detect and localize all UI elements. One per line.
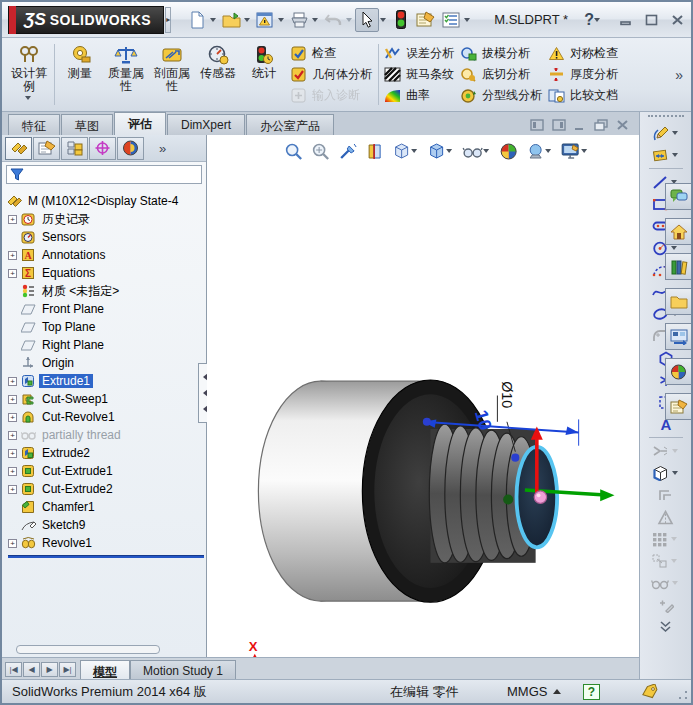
zoom-selection-button[interactable] [336,140,359,162]
measure-button[interactable]: 测量 [57,41,103,108]
tab-evaluate[interactable]: 评估 [114,112,166,135]
document-alert-dropdown-icon[interactable] [278,18,284,25]
edit-appearance-button[interactable] [497,140,520,162]
undo-dropdown-icon[interactable] [346,18,352,25]
resize-grip[interactable] [678,690,688,700]
tag-icon[interactable] [640,684,660,699]
convert-entities-button[interactable] [640,462,691,484]
dimxpert-manager-tab[interactable] [89,137,116,160]
model-canvas[interactable]: Ø10 10 [207,135,691,657]
mass-properties-button[interactable]: 质量属性 [103,41,149,108]
configuration-manager-tab[interactable] [61,137,88,160]
zoom-fit-button[interactable] [282,140,305,162]
apply-scene-button[interactable] [524,140,555,162]
undo-button[interactable] [321,8,345,32]
property-manager-tab[interactable] [33,137,60,160]
document-alert-button[interactable] [253,8,277,32]
expand-icon[interactable]: + [8,539,17,548]
sketch-button[interactable] [640,122,691,144]
help-button[interactable]: ? [584,11,594,29]
expand-icon[interactable]: + [8,449,17,458]
convert-dropdown-icon[interactable] [672,471,678,478]
tree-item-material[interactable]: 材质 <未指定> [6,282,206,300]
tree-item-equations[interactable]: + Σ Equations [6,264,206,282]
tree-item-right-plane[interactable]: Right Plane [6,336,206,354]
hide-show-dropdown-icon[interactable] [483,149,489,156]
graphics-viewport[interactable]: Ø10 10 [207,135,691,657]
minimize-button[interactable] [616,11,636,29]
tree-item-cut-sweep1[interactable]: + Cut-Sweep1 [6,390,206,408]
prev-tab-button[interactable]: ◀ [23,662,40,677]
design-study-dropdown-icon[interactable] [25,96,31,103]
section-view-button[interactable] [363,140,386,162]
tree-item-sketch9[interactable]: Sketch9 [6,516,206,534]
expand-icon[interactable]: + [8,215,17,224]
maximize-button[interactable] [642,11,662,29]
home-tab[interactable] [665,218,691,245]
doc-restore-icon[interactable] [594,119,608,131]
menu-expand-arrow[interactable]: ▸ [165,7,171,33]
expand-icon[interactable]: + [8,485,17,494]
new-document-button[interactable] [185,8,209,32]
print-button[interactable] [287,8,311,32]
display-style-dropdown-icon[interactable] [446,149,452,156]
curvature-button[interactable]: 曲率 [384,86,454,105]
apply-scene-dropdown-icon[interactable] [545,149,551,156]
open-dropdown-icon[interactable] [244,18,250,25]
close-button[interactable] [668,11,688,29]
options-button[interactable] [439,8,463,32]
tree-item-annotations[interactable]: + A Annotations [6,246,206,264]
sensor-button[interactable]: 传感器 [195,41,241,108]
expand-icon[interactable]: + [8,251,17,260]
tree-item-extrude1[interactable]: + Extrude1 [6,372,206,390]
fm-tabs-overflow-button[interactable]: » [159,141,166,156]
tree-item-cut-extrude1[interactable]: + Cut-Extrude1 [6,462,206,480]
print-dropdown-icon[interactable] [312,18,318,25]
expand-icon[interactable]: + [8,377,17,386]
view-settings-button[interactable] [559,140,591,162]
smart-dimension-dropdown-icon[interactable] [672,153,678,160]
tree-item-top-plane[interactable]: Top Plane [6,318,206,336]
feature-manager-tab[interactable] [5,137,32,160]
statistics-button[interactable]: 统计 [241,41,287,108]
select-dropdown-icon[interactable] [380,18,386,25]
view-orientation-dropdown-icon[interactable] [411,149,417,156]
doc-minimize-icon[interactable] [574,119,586,131]
check-button[interactable]: 检查 [291,44,372,63]
last-tab-button[interactable]: ▶| [59,662,76,677]
design-study-button[interactable]: 设计算例 [6,41,52,108]
appearances-scenes-tab[interactable] [665,358,691,385]
tree-item-cut-revolve1[interactable]: + Cut-Revolve1 [6,408,206,426]
tree-item-sensors[interactable]: Sensors [6,228,206,246]
view-orientation-button[interactable] [390,140,421,162]
parting-line-analysis-button[interactable]: 分型线分析 [460,86,542,105]
tree-item-cut-extrude2[interactable]: + Cut-Extrude2 [6,480,206,498]
tab-sketch[interactable]: 草图 [61,114,113,135]
units-selector[interactable]: MMGS [507,684,561,699]
expand-icon[interactable]: + [8,467,17,476]
undercut-analysis-button[interactable]: 底切分析 [460,65,542,84]
tree-filter-input[interactable] [6,165,202,184]
ribbon-overflow-button[interactable]: » [669,67,689,83]
error-analysis-button[interactable]: 误差分析 [384,44,454,63]
custom-properties-tab[interactable] [665,393,691,420]
tree-item-chamfer1[interactable]: Chamfer1 [6,498,206,516]
zebra-stripes-button[interactable]: 斑马条纹 [384,65,454,84]
zoom-area-button[interactable] [309,140,332,162]
model-tab[interactable]: 模型 [80,660,130,679]
solidworks-resources-tab[interactable] [665,183,691,210]
expand-icon[interactable]: + [8,395,17,404]
expand-icon[interactable]: + [8,431,17,440]
tab-features[interactable]: 特征 [8,114,60,135]
options-dropdown-icon[interactable] [464,18,470,25]
tree-item-extrude2[interactable]: + Extrude2 [6,444,206,462]
more-tools-button[interactable] [640,616,691,638]
tree-item-origin[interactable]: Origin [6,354,206,372]
tree-item-front-plane[interactable]: Front Plane [6,300,206,318]
toolbar-drag-handle[interactable] [648,115,684,118]
geometry-analysis-button[interactable]: 几何体分析 [291,65,372,84]
next-tab-button[interactable]: ▶ [41,662,58,677]
file-explorer-tab[interactable] [665,288,691,315]
split-right-icon[interactable] [552,119,566,131]
hide-show-items-button[interactable] [460,140,493,162]
